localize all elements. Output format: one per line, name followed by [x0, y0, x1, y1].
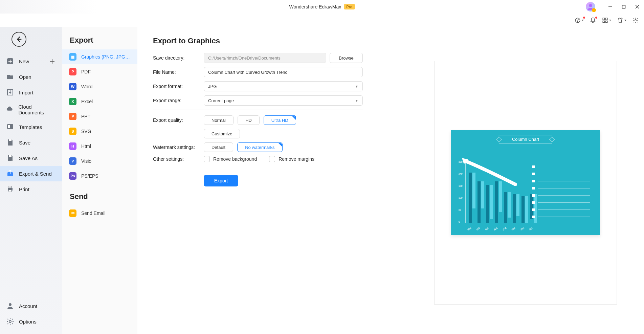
file-name-input[interactable]: [204, 67, 363, 77]
export-item-pseps[interactable]: PsPS/EPS: [62, 169, 137, 183]
export-item-excel[interactable]: XExcel: [62, 94, 137, 109]
nav-cloud-documents[interactable]: Cloud Documents: [0, 100, 62, 119]
nav-options[interactable]: Options: [0, 314, 62, 329]
nav-print[interactable]: Print: [0, 181, 62, 197]
export-range-select[interactable]: Current page▼: [204, 95, 363, 106]
browse-button[interactable]: Browse: [330, 53, 363, 63]
sub-label: Visio: [81, 158, 91, 164]
nav-label: Save As: [19, 155, 38, 161]
notifications-icon[interactable]: [590, 17, 596, 23]
export-format-label: Export format:: [153, 84, 200, 89]
export-item-svg[interactable]: SSVG: [62, 124, 137, 139]
watermark-label: Watermark settings:: [153, 144, 200, 150]
minimize-button[interactable]: [603, 0, 617, 14]
svg-rect-14: [8, 125, 10, 128]
export-item-visio[interactable]: VVisio: [62, 154, 137, 169]
watermark-default[interactable]: Default: [204, 142, 233, 152]
export-item-pdf[interactable]: PPDF: [62, 64, 137, 79]
nav-label: Cloud Documents: [18, 104, 56, 115]
app-title: Wondershare EdrawMax: [289, 4, 341, 9]
checkbox-icon: [204, 156, 210, 162]
cb-label: Remove margins: [279, 156, 314, 162]
nav-label: Open: [19, 74, 31, 80]
sub-label: PS/EPS: [81, 173, 98, 179]
sub-label: Word: [81, 84, 92, 89]
send-email[interactable]: ✉Send Email: [62, 206, 137, 221]
svg-rect-20: [9, 190, 12, 192]
preview-pane: Column Chart 300240180120600 醫療教育食品服裝交通娛…: [434, 61, 617, 305]
sub-label: Html: [81, 143, 91, 149]
save-dir-input: C:/Users/rimzh/OneDrive/Documents: [204, 53, 326, 63]
apps-icon[interactable]: [602, 17, 611, 23]
svg-rect-15: [9, 139, 12, 141]
quality-hd[interactable]: HD: [238, 115, 260, 125]
shirt-icon[interactable]: [617, 17, 626, 23]
settings-icon[interactable]: [632, 17, 639, 23]
sub-label: PPT: [81, 114, 90, 119]
chevron-down-icon: ▼: [355, 99, 358, 103]
svg-rect-7: [603, 18, 604, 20]
sub-label: Send Email: [81, 210, 106, 216]
svg-point-6: [577, 21, 578, 22]
quality-normal[interactable]: Normal: [204, 115, 234, 125]
select-value: JPG: [208, 84, 217, 89]
check-icon: [278, 142, 283, 147]
help-icon[interactable]: [575, 17, 584, 23]
quality-ultra-hd[interactable]: Ultra HD: [264, 115, 296, 125]
export-format-select[interactable]: JPG▼: [204, 81, 363, 91]
sub-label: Graphics (PNG, JPG et...: [81, 54, 131, 60]
checkbox-icon: [269, 156, 275, 162]
chevron-down-icon: ▼: [355, 85, 358, 88]
watermark-none[interactable]: No watermarks: [237, 142, 282, 152]
nav-import[interactable]: Import: [0, 85, 62, 100]
svg-rect-10: [606, 21, 607, 23]
select-value: Current page: [208, 98, 234, 103]
maximize-button[interactable]: [617, 0, 630, 14]
svg-rect-16: [9, 155, 12, 157]
remove-margins-checkbox[interactable]: Remove margins: [269, 156, 314, 162]
add-icon[interactable]: [48, 57, 56, 65]
content-title: Export to Graphics: [153, 37, 628, 45]
nav-open[interactable]: Open: [0, 69, 62, 85]
nav-label: Options: [19, 319, 37, 325]
export-item-graphics[interactable]: ▦Graphics (PNG, JPG et...: [62, 49, 137, 64]
nav-export-send[interactable]: Export & Send: [0, 166, 62, 181]
svg-rect-19: [9, 186, 12, 188]
nav-save[interactable]: Save: [0, 135, 62, 150]
svg-rect-2: [622, 5, 625, 8]
file-name-label: File Name:: [153, 69, 200, 75]
nav-account[interactable]: Account: [0, 298, 62, 314]
svg-point-0: [589, 4, 592, 7]
remove-background-checkbox[interactable]: Remove background: [204, 156, 257, 162]
export-item-word[interactable]: WWord: [62, 79, 137, 94]
svg-rect-8: [606, 18, 607, 20]
save-dir-label: Save directory:: [153, 55, 200, 61]
quality-customize[interactable]: Customize: [204, 129, 240, 138]
svg-rect-9: [603, 21, 604, 23]
other-settings-label: Other settings:: [153, 156, 200, 162]
nav-save-as[interactable]: Save As: [0, 150, 62, 166]
avatar-icon[interactable]: [586, 2, 595, 12]
nav-new[interactable]: New: [0, 53, 62, 69]
export-item-ppt[interactable]: PPPT: [62, 109, 137, 124]
svg-point-21: [9, 303, 12, 306]
nav-label: Print: [19, 186, 29, 192]
nav-label: Save: [19, 140, 30, 146]
nav-templates[interactable]: Templates: [0, 119, 62, 135]
nav-label: Account: [19, 303, 37, 309]
sub-label: PDF: [81, 69, 91, 74]
sub-label: SVG: [81, 129, 91, 134]
check-icon: [291, 115, 296, 120]
chart-title: Column Chart: [499, 135, 552, 143]
export-item-html[interactable]: HHtml: [62, 139, 137, 154]
trend-arrow-icon: [461, 157, 519, 188]
export-button[interactable]: Export: [204, 175, 238, 186]
sub-label: Excel: [81, 99, 93, 104]
send-header: Send: [62, 190, 137, 206]
nav-label: Export & Send: [19, 171, 52, 177]
cb-label: Remove background: [213, 156, 257, 162]
chart-preview: Column Chart 300240180120600 醫療教育食品服裝交通娛…: [451, 130, 600, 235]
svg-point-11: [635, 20, 637, 21]
close-button[interactable]: [630, 0, 644, 14]
back-button[interactable]: [12, 32, 26, 47]
